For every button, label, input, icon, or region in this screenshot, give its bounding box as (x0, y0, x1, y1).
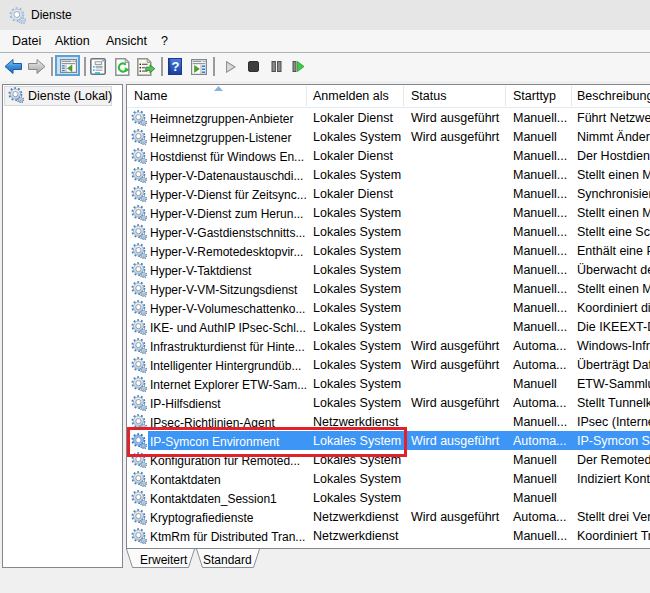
svg-text:Standard: Standard (203, 553, 252, 567)
svg-text:?: ? (172, 59, 180, 74)
svg-text:Erweitert: Erweitert (140, 553, 188, 567)
